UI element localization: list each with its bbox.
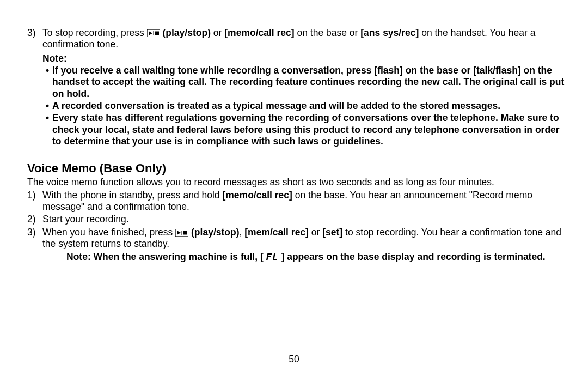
text: or	[211, 27, 224, 38]
note-block: Note: • If you receive a call waiting to…	[42, 53, 566, 148]
page-number: 50	[0, 354, 588, 365]
bullet-icon: •	[42, 100, 52, 112]
list-number: 3)	[27, 27, 42, 51]
list-item: 3) When you have finished, press (play/s…	[27, 227, 566, 263]
top-ordered-list: 3) To stop recording, press (play/stop) …	[27, 27, 566, 51]
bullet-text: A recorded conversation is treated as a …	[52, 100, 566, 112]
fl-code: FL	[266, 252, 279, 263]
note-bullets: • If you receive a call waiting tone whi…	[42, 65, 566, 147]
svg-rect-6	[182, 231, 182, 235]
memo-key: [memo/call rec]	[224, 27, 294, 38]
bullet-text: Every state has different regulations go…	[52, 112, 566, 147]
text: on the base or	[295, 27, 361, 38]
list-number: 2)	[27, 214, 42, 225]
play-stop-icon	[147, 29, 160, 37]
svg-rect-2	[153, 31, 154, 35]
ans-key: [ans sys/rec]	[360, 27, 419, 38]
list-body: With the phone in standby, press and hol…	[42, 190, 566, 213]
subnote-pre: Note: When the answering machine is full…	[66, 251, 266, 262]
play-stop-key: (play/stop)	[175, 227, 239, 238]
text: ,	[240, 227, 245, 238]
svg-marker-1	[149, 31, 152, 35]
svg-marker-5	[177, 231, 181, 235]
set-key: [set]	[322, 227, 342, 238]
section-intro: The voice memo function allows you to re…	[27, 177, 566, 188]
list-item-3: 3) To stop recording, press (play/stop) …	[27, 27, 566, 51]
note-bullet: • If you receive a call waiting tone whi…	[42, 65, 566, 100]
manual-page: 3) To stop recording, press (play/stop) …	[0, 0, 588, 375]
note-label: Note:	[42, 53, 566, 64]
play-stop-label: (play/stop)	[188, 227, 239, 238]
note-bullet: • A recorded conversation is treated as …	[42, 100, 566, 112]
list-item: 2) Start your recording.	[27, 214, 566, 225]
list-item: 1) With the phone in standby, press and …	[27, 190, 566, 213]
mem-key: [mem/call rec]	[244, 227, 309, 238]
section-heading: Voice Memo (Base Only)	[27, 161, 566, 176]
memo-key: [memo/call rec]	[222, 190, 292, 201]
subnote-post: ] appears on the base display and record…	[279, 251, 546, 262]
text: When you have finished, press	[42, 227, 175, 238]
list-body: When you have finished, press (play/stop…	[42, 227, 566, 263]
bullet-icon: •	[42, 112, 52, 147]
svg-rect-7	[183, 231, 187, 234]
sub-note: Note: When the answering machine is full…	[66, 251, 566, 263]
list-number: 1)	[27, 190, 42, 213]
note-bullet: • Every state has different regulations …	[42, 112, 566, 147]
text: or	[309, 227, 322, 238]
bullet-text: If you receive a call waiting tone while…	[52, 65, 566, 100]
text: With the phone in standby, press and hol…	[42, 190, 222, 201]
play-stop-key: (play/stop)	[147, 27, 211, 38]
play-stop-icon	[175, 229, 188, 237]
bullet-icon: •	[42, 65, 52, 100]
list-body: Start your recording.	[42, 214, 566, 225]
list-body: To stop recording, press (play/stop) or …	[42, 27, 566, 51]
text: To stop recording, press	[42, 27, 147, 38]
svg-rect-3	[155, 32, 159, 35]
play-stop-label: (play/stop)	[160, 27, 211, 38]
list-number: 3)	[27, 227, 42, 263]
voice-memo-list: 1) With the phone in standby, press and …	[27, 190, 566, 263]
